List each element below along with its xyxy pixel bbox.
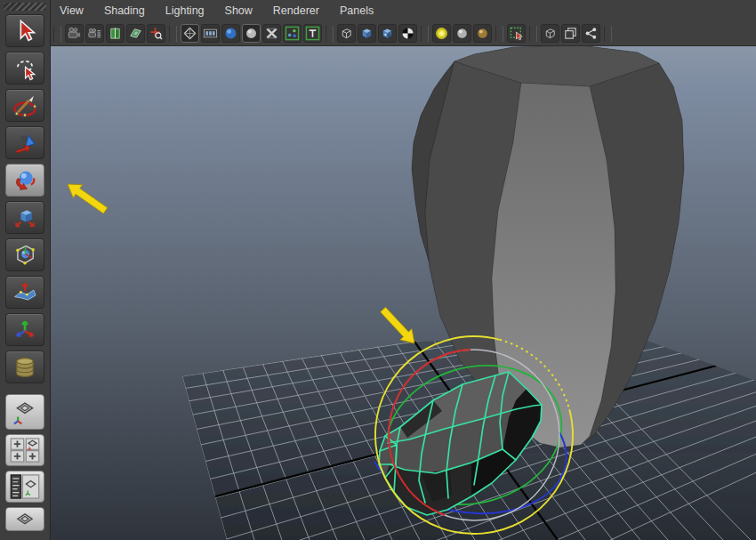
- menu-shading[interactable]: Shading: [101, 3, 148, 19]
- camera-attributes-icon[interactable]: [85, 24, 104, 43]
- menu-renderer[interactable]: Renderer: [270, 3, 322, 19]
- film-gate-icon[interactable]: [201, 24, 220, 43]
- vertex-dots-icon[interactable]: [283, 24, 302, 43]
- toolbar-separator[interactable]: [495, 26, 503, 42]
- wire-cube-icon[interactable]: [337, 24, 356, 43]
- toolbar-separator[interactable]: [421, 26, 429, 42]
- toolbar-separator[interactable]: [529, 26, 537, 42]
- layout-extra-pane-button[interactable]: [5, 507, 44, 531]
- connections-icon[interactable]: [582, 24, 600, 43]
- layers-icon[interactable]: [561, 24, 580, 43]
- show-manipulator-tool-button[interactable]: [5, 313, 44, 346]
- menu-view[interactable]: View: [57, 3, 86, 19]
- menu-bar: ViewShadingLightingShowRendererPanels: [51, 0, 756, 21]
- bookmark-icon[interactable]: [106, 24, 125, 43]
- last-tool-barrel-tool-button[interactable]: [5, 351, 44, 383]
- menu-lighting[interactable]: Lighting: [163, 3, 207, 19]
- tool-box: [0, 0, 51, 540]
- shaded-cube-icon[interactable]: [358, 24, 376, 43]
- universal-manipulator-tool-button[interactable]: [5, 238, 44, 271]
- rotate-tool-button[interactable]: [5, 164, 44, 197]
- light-gold-icon[interactable]: [473, 24, 492, 43]
- outline-cube-icon[interactable]: [541, 24, 559, 43]
- xray-icon[interactable]: [262, 24, 281, 43]
- default-material-icon[interactable]: [242, 24, 261, 43]
- soft-modification-tool-button[interactable]: [5, 276, 44, 309]
- layout-four-pane-button[interactable]: [5, 434, 44, 466]
- light-default-icon[interactable]: [453, 24, 471, 43]
- paint-select-tool-button[interactable]: [5, 89, 44, 122]
- menu-show[interactable]: Show: [222, 3, 255, 19]
- select-tool-button[interactable]: [5, 14, 44, 47]
- toolbox-tools: [0, 14, 50, 383]
- maya-window: { "app": {"name": "Maya perspective pane…: [0, 0, 756, 540]
- panel-toolbar: [51, 21, 756, 46]
- move-tool-button[interactable]: [5, 126, 44, 159]
- toolbar-separator[interactable]: [53, 26, 61, 42]
- checker-sphere-icon[interactable]: [398, 24, 417, 43]
- snap-target-icon[interactable]: [147, 24, 165, 43]
- scale-tool-button[interactable]: [5, 201, 44, 234]
- text-tool-icon[interactable]: [303, 24, 322, 43]
- toolbar-separator[interactable]: [604, 26, 612, 42]
- shaded-sphere-icon[interactable]: [221, 24, 240, 43]
- layout-outliner-pane-button[interactable]: [5, 471, 44, 503]
- lasso-select-tool-button[interactable]: [5, 52, 44, 85]
- camera-icon[interactable]: [65, 24, 84, 43]
- viewport-3d[interactable]: [51, 46, 756, 540]
- toolbar-separator[interactable]: [326, 26, 334, 42]
- textured-cube-icon[interactable]: [378, 24, 397, 43]
- light-yellow-icon[interactable]: [432, 24, 451, 43]
- toolbar-separator[interactable]: [169, 26, 177, 42]
- wireframe-icon[interactable]: [181, 24, 199, 43]
- toolbox-grip[interactable]: [4, 3, 46, 11]
- menu-panels[interactable]: Panels: [337, 3, 376, 19]
- image-plane-icon[interactable]: [126, 24, 145, 43]
- layout-single-pane-button[interactable]: [5, 394, 44, 430]
- isolate-select-icon[interactable]: [507, 24, 526, 43]
- layout-shortcuts: [0, 394, 50, 531]
